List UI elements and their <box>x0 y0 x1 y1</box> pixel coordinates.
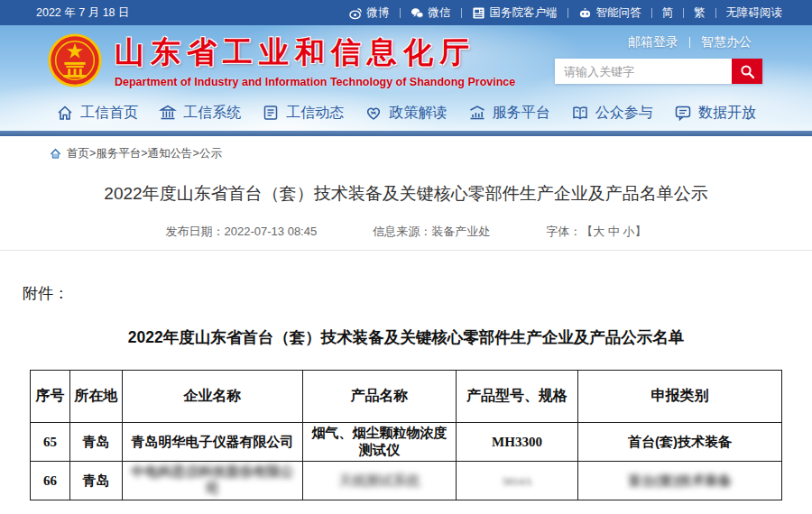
cell-city: 青岛 <box>70 462 123 500</box>
cell-category-redacted: 首台(套)技术装备 <box>578 462 782 500</box>
policy-icon <box>364 104 383 122</box>
home-icon <box>50 148 61 160</box>
traditional-chinese-toggle[interactable]: 繁 <box>684 5 715 21</box>
bank-icon <box>159 104 177 122</box>
simplified-chinese-toggle[interactable]: 简 <box>652 5 684 21</box>
header-right: 邮箱登录 智慧办公 <box>555 34 762 84</box>
col-header-model: 产品型号、规格 <box>457 371 578 423</box>
section-divider <box>0 250 812 251</box>
platform-icon <box>468 104 486 122</box>
home-icon <box>56 104 74 122</box>
info-source: 信息来源：装备产业处 <box>373 224 490 240</box>
weibo-icon <box>349 6 363 20</box>
table-row: 65 青岛 青岛明华电子仪器有限公司 烟气、烟尘颗粒物浓度测试仪 MH3300 … <box>31 423 782 462</box>
search-input[interactable] <box>555 59 732 84</box>
cell-product: 烟气、烟尘颗粒物浓度测试仪 <box>303 423 457 462</box>
search-icon <box>740 64 755 79</box>
breadcrumb[interactable]: 首页>服务平台>通知公告>公示 <box>0 136 812 161</box>
news-icon <box>262 104 280 122</box>
page-title: 2022年度山东省首台（套）技术装备及关键核心零部件生产企业及产品名单公示 <box>104 180 708 207</box>
font-size-options[interactable]: 【大 中 小】 <box>581 225 646 238</box>
site-search <box>555 59 762 84</box>
accessibility-link[interactable]: 无障碍阅读 <box>716 5 793 21</box>
cell-city: 青岛 <box>70 423 123 462</box>
weibo-link[interactable]: 微博 <box>339 5 400 21</box>
smart-office-link[interactable]: 智慧办公 <box>690 34 762 50</box>
nav-item-news[interactable]: 工信动态 <box>262 104 344 123</box>
cell-seq: 65 <box>31 423 70 462</box>
cell-product-redacted: 天线测试系统 <box>303 462 457 500</box>
publish-date: 发布日期：2022-07-13 08:45 <box>166 224 318 240</box>
cell-seq: 66 <box>31 462 70 500</box>
gov-client-icon <box>472 6 485 20</box>
col-header-city: 所在地 <box>70 371 123 423</box>
wechat-link[interactable]: 微信 <box>401 5 461 21</box>
robot-icon <box>578 6 592 20</box>
table-row: 66 青岛 中电科思仪科技股份有限公司 天线测试系统 5014A 首台(套)技术… <box>31 462 782 500</box>
site-subtitle: Department of Industry and Information T… <box>115 76 515 88</box>
brand-text: 山东省工业和信息化厅 Department of Industry and In… <box>115 32 515 88</box>
attachment-label: 附件： <box>23 283 812 304</box>
cell-company-redacted: 中电科思仪科技股份有限公司 <box>123 462 303 500</box>
site-header: 山东省工业和信息化厅 Department of Industry and In… <box>0 25 812 131</box>
gov-client-link[interactable]: 国务院客户端 <box>462 5 567 21</box>
current-date: 2022 年 7 月 18 日 <box>36 5 130 21</box>
col-header-category: 申报类别 <box>578 371 782 423</box>
cell-model-redacted: 5014A <box>457 462 578 500</box>
nav-item-policy[interactable]: 政策解读 <box>364 104 447 123</box>
publicity-table: 序号 所在地 企业名称 产品名称 产品型号、规格 申报类别 65 青岛 青岛明华… <box>30 370 782 500</box>
cell-company: 青岛明华电子仪器有限公司 <box>123 423 303 462</box>
site-title: 山东省工业和信息化厅 <box>115 32 515 73</box>
breadcrumb-path: 首页>服务平台>通知公告>公示 <box>67 146 222 161</box>
col-header-seq: 序号 <box>31 371 70 423</box>
font-size-control: 字体：【大 中 小】 <box>546 224 646 240</box>
top-utility-bar: 2022 年 7 月 18 日 微博 微信 国务院客户端 智能问答 简 繁 无障… <box>0 0 812 25</box>
quick-links: 邮箱登录 智慧办公 <box>555 34 762 50</box>
nav-item-open-data[interactable]: 数据开放 <box>674 104 756 123</box>
main-nav: 工信首页 工信系统 工信动态 政策解读 服务平台 公众参与 数据开放 <box>0 95 812 131</box>
mail-login-link[interactable]: 邮箱登录 <box>617 34 689 50</box>
col-header-company: 企业名称 <box>123 371 303 423</box>
nav-item-home[interactable]: 工信首页 <box>56 104 138 123</box>
nav-item-public-participation[interactable]: 公众参与 <box>571 104 653 123</box>
data-icon <box>674 104 692 122</box>
search-button[interactable] <box>732 59 762 84</box>
topbar-links: 微博 微信 国务院客户端 智能问答 简 繁 无障碍阅读 <box>339 5 793 21</box>
participate-icon <box>571 104 589 122</box>
nav-item-service-platform[interactable]: 服务平台 <box>468 104 550 123</box>
wechat-icon <box>411 6 424 20</box>
cell-model: MH3300 <box>457 423 578 462</box>
article-meta: 发布日期：2022-07-13 08:45 信息来源：装备产业处 字体：【大 中… <box>0 224 812 250</box>
nav-item-system[interactable]: 工信系统 <box>159 104 241 123</box>
cell-category: 首台(套)技术装备 <box>578 423 782 462</box>
table-title: 2022年度山东省首台（套）技术装备及关键核心零部件生产企业及产品公示名单 <box>0 326 812 348</box>
col-header-product: 产品名称 <box>303 371 457 423</box>
smart-qa-link[interactable]: 智能问答 <box>568 5 651 21</box>
site-brand[interactable]: 山东省工业和信息化厅 Department of Industry and In… <box>47 32 515 88</box>
table-header-row: 序号 所在地 企业名称 产品名称 产品型号、规格 申报类别 <box>31 371 782 423</box>
national-emblem-logo <box>47 32 103 88</box>
